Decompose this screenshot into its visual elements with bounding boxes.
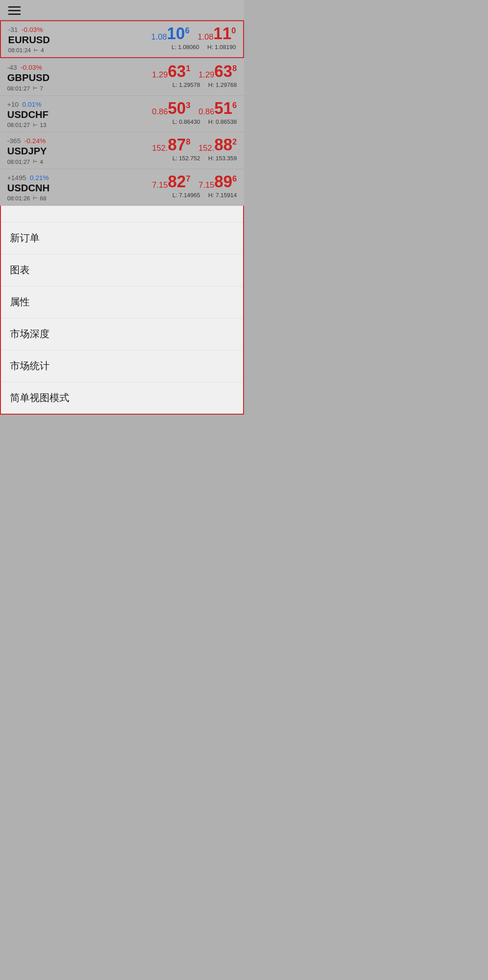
context-menu-item-1[interactable]: 图表 <box>1 254 243 286</box>
change-pts-eurusd: -31 <box>8 26 18 33</box>
ask-main-usdcnh: 89 <box>214 174 232 190</box>
ask-main-usdchf: 51 <box>214 100 232 117</box>
change-pct-usdjpy: -0.24% <box>24 137 46 145</box>
time-usdjpy: 08:01:27 <box>7 158 30 165</box>
lh-row-usdchf: L: 0.86430 H: 0.86538 <box>172 118 237 125</box>
bid-super-eurusd: 6 <box>185 27 190 35</box>
low-eurusd: L: 1.08060 <box>172 44 199 50</box>
quote-list: -31 -0.03% EURUSD 08:01:24 ⊢ 4 1.08 10 6… <box>0 20 244 206</box>
lh-row-usdcnh: L: 7.14965 H: 7.15914 <box>172 192 237 199</box>
symbol-usdchf: USDCHF <box>7 109 79 121</box>
quote-item-usdjpy[interactable]: -365 -0.24% USDJPY 08:01:27 ⊢ 4 152. 87 … <box>0 132 244 169</box>
spread-icon-eurusd: ⊢ <box>34 47 38 54</box>
bid-super-gbpusd: 1 <box>186 64 190 72</box>
meta-usdcnh: 08:01:26 ⊢ 68 <box>7 195 79 202</box>
high-usdchf: H: 0.86538 <box>208 118 237 125</box>
time-gbpusd: 08:01:27 <box>7 85 30 92</box>
quote-right-usdcnh: 7.15 82 7 7.15 89 6 L: 7.14965 H: 7.1591… <box>152 174 237 202</box>
ask-block-gbpusd: 1.29 63 8 <box>199 63 237 80</box>
bid-block-usdjpy: 152. 87 8 <box>152 137 190 153</box>
high-gbpusd: H: 1.29768 <box>208 81 237 88</box>
quote-item-usdchf[interactable]: +10 0.01% USDCHF 08:01:27 ⊢ 13 0.86 50 3… <box>0 96 244 132</box>
meta-usdjpy: 08:01:27 ⊢ 4 <box>7 158 79 165</box>
bid-main-gbpusd: 63 <box>168 63 186 80</box>
context-menu-item-5[interactable]: 简单视图模式 <box>1 382 243 414</box>
context-menu-item-4[interactable]: 市场统计 <box>1 350 243 382</box>
menu-icon[interactable] <box>8 6 21 15</box>
bid-prefix-eurusd: 1.08 <box>151 33 167 41</box>
time-usdchf: 08:01:27 <box>7 122 30 128</box>
ask-super-eurusd: 0 <box>231 27 236 35</box>
change-pct-usdcnh: 0.21% <box>30 174 49 181</box>
quote-item-gbpusd[interactable]: -43 -0.03% GBPUSD 08:01:27 ⊢ 7 1.29 63 1… <box>0 59 244 95</box>
spread-gbpusd: 7 <box>40 85 43 92</box>
symbol-gbpusd: GBPUSD <box>7 72 79 84</box>
bid-block-usdcnh: 7.15 82 7 <box>152 174 190 190</box>
symbol-eurusd: EURUSD <box>8 34 80 46</box>
change-row-eurusd: -31 -0.03% <box>8 26 80 33</box>
quote-left-eurusd: -31 -0.03% EURUSD 08:01:24 ⊢ 4 <box>8 26 80 54</box>
spread-icon-gbpusd: ⊢ <box>33 85 37 91</box>
bid-block-eurusd: 1.08 10 6 <box>151 26 190 42</box>
quote-item-usdcnh[interactable]: +1495 0.21% USDCNH 08:01:26 ⊢ 68 7.15 82… <box>0 169 244 206</box>
meta-eurusd: 08:01:24 ⊢ 4 <box>8 47 80 54</box>
bid-prefix-usdchf: 0.86 <box>152 108 168 116</box>
ask-super-usdjpy: 2 <box>232 138 237 146</box>
time-eurusd: 08:01:24 <box>8 47 31 54</box>
bid-prefix-gbpusd: 1.29 <box>152 71 168 79</box>
spread-icon-usdchf: ⊢ <box>33 122 37 128</box>
spread-usdchf: 13 <box>40 122 46 128</box>
ask-prefix-usdcnh: 7.15 <box>199 181 214 189</box>
bid-main-eurusd: 10 <box>167 26 185 42</box>
bid-main-usdcnh: 82 <box>168 174 186 190</box>
change-pts-usdchf: +10 <box>7 100 18 108</box>
ask-super-gbpusd: 8 <box>232 64 237 72</box>
bid-super-usdchf: 3 <box>186 101 190 109</box>
app-header <box>0 0 244 19</box>
bid-super-usdjpy: 8 <box>186 138 190 146</box>
prices-row-usdcnh: 7.15 82 7 7.15 89 6 <box>152 174 237 190</box>
context-menu-item-3[interactable]: 市场深度 <box>1 318 243 350</box>
change-pct-usdchf: 0.01% <box>22 100 41 108</box>
bid-block-usdchf: 0.86 50 3 <box>152 100 190 117</box>
quote-left-usdcnh: +1495 0.21% USDCNH 08:01:26 ⊢ 68 <box>7 174 79 202</box>
change-pct-gbpusd: -0.03% <box>21 63 42 71</box>
context-menu-item-2[interactable]: 属性 <box>1 286 243 318</box>
ask-main-gbpusd: 63 <box>214 63 232 80</box>
quote-right-usdchf: 0.86 50 3 0.86 51 6 L: 0.86430 H: 0.8653… <box>152 100 237 128</box>
quote-left-gbpusd: -43 -0.03% GBPUSD 08:01:27 ⊢ 7 <box>7 63 79 91</box>
low-usdchf: L: 0.86430 <box>172 118 200 125</box>
context-menu-item-0[interactable]: 新订单 <box>1 222 243 254</box>
ask-super-usdchf: 6 <box>232 101 237 109</box>
bid-prefix-usdcnh: 7.15 <box>152 181 168 189</box>
prices-row-eurusd: 1.08 10 6 1.08 11 0 <box>151 26 236 42</box>
context-menu: 新订单图表属性市场深度市场统计简单视图模式 <box>0 206 244 415</box>
quote-item-eurusd[interactable]: -31 -0.03% EURUSD 08:01:24 ⊢ 4 1.08 10 6… <box>0 20 244 58</box>
high-usdjpy: H: 153.359 <box>208 155 237 162</box>
quote-right-eurusd: 1.08 10 6 1.08 11 0 L: 1.08060 H: 1.0819… <box>151 26 236 54</box>
ask-main-eurusd: 11 <box>213 26 231 42</box>
change-row-usdchf: +10 0.01% <box>7 100 79 108</box>
ask-main-usdjpy: 88 <box>214 137 232 153</box>
ask-block-eurusd: 1.08 11 0 <box>198 26 236 42</box>
time-usdcnh: 08:01:26 <box>7 195 30 202</box>
change-pts-gbpusd: -43 <box>7 63 17 71</box>
bid-prefix-usdjpy: 152. <box>152 144 168 152</box>
change-pts-usdjpy: -365 <box>7 137 21 145</box>
change-pct-eurusd: -0.03% <box>22 26 43 33</box>
ask-prefix-usdjpy: 152. <box>199 144 214 152</box>
change-row-usdjpy: -365 -0.24% <box>7 137 79 145</box>
spread-usdjpy: 4 <box>40 158 43 165</box>
meta-gbpusd: 08:01:27 ⊢ 7 <box>7 85 79 92</box>
lh-row-eurusd: L: 1.08060 H: 1.08190 <box>172 44 236 50</box>
bid-main-usdjpy: 87 <box>168 137 186 153</box>
symbol-usdjpy: USDJPY <box>7 145 79 157</box>
ask-prefix-eurusd: 1.08 <box>198 33 213 41</box>
prices-row-gbpusd: 1.29 63 1 1.29 63 8 <box>152 63 237 80</box>
meta-usdchf: 08:01:27 ⊢ 13 <box>7 122 79 128</box>
symbol-usdcnh: USDCNH <box>7 182 79 194</box>
context-menu-title <box>1 206 243 222</box>
bid-main-usdchf: 50 <box>168 100 186 117</box>
header-left <box>8 6 27 15</box>
ask-block-usdchf: 0.86 51 6 <box>199 100 237 117</box>
